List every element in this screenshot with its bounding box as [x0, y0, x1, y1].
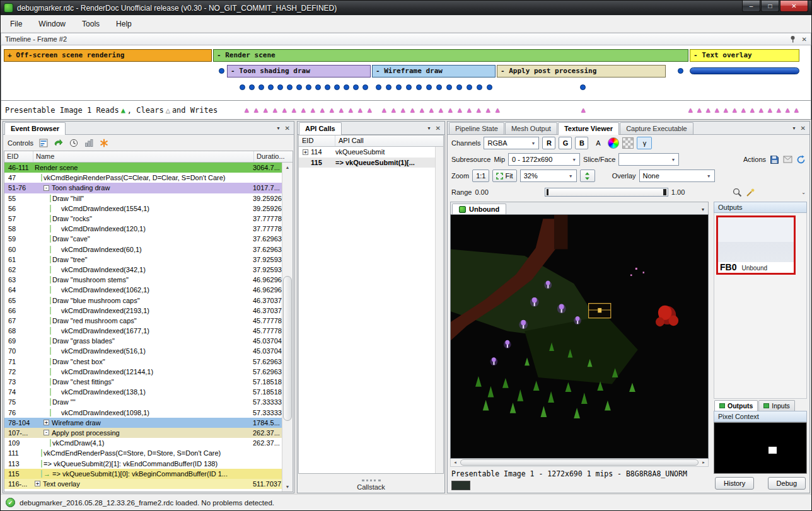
overlay-select[interactable]: None▼ — [639, 169, 715, 182]
timeline-marker-bar[interactable]: - Apply post processing — [497, 65, 666, 78]
collapse-icon[interactable]: - — [44, 430, 49, 435]
event-row[interactable]: 63Draw "mushroom stems"46.96296 — [4, 275, 282, 285]
timeline-draw-dot[interactable] — [436, 84, 442, 90]
timeline-draw-dot[interactable] — [277, 84, 283, 90]
tab-pipeline-state[interactable]: Pipeline State — [449, 122, 504, 134]
api-calls-scrollbar[interactable] — [435, 147, 443, 473]
column-eid[interactable]: EID — [4, 151, 33, 162]
history-button[interactable]: History — [715, 477, 754, 490]
zoom-1to1-button[interactable]: 1:1 — [472, 169, 489, 182]
close-button[interactable]: ✕ — [780, 1, 808, 12]
event-browser-scrollbar[interactable]: ▲ ▼ — [282, 163, 293, 491]
timeline-draw-dot[interactable] — [362, 84, 368, 90]
timeline-draw-dot[interactable] — [258, 84, 264, 90]
timeline-draw-dot[interactable] — [467, 84, 472, 90]
timeline-draw-dot[interactable] — [325, 84, 330, 90]
event-browser-close-icon[interactable]: ✕ — [285, 125, 290, 132]
api-calls-menu-icon[interactable]: ▾ — [428, 125, 431, 131]
maximize-button[interactable]: □ — [761, 1, 779, 12]
channel-g-button[interactable]: G — [559, 137, 572, 149]
event-row[interactable]: 76vkCmdDrawIndexed(1098,1)57.33333 — [4, 408, 282, 418]
api-call-row[interactable]: +114vkQueueSubmit — [299, 147, 435, 158]
timeline-draw-dot[interactable] — [249, 84, 255, 90]
scroll-down-icon[interactable]: ▼ — [282, 482, 293, 491]
event-row[interactable]: 71Draw "chest box"57.62963 — [4, 357, 282, 367]
timeline-draw-dot[interactable] — [344, 84, 349, 90]
goto-event-icon[interactable] — [54, 138, 64, 148]
toolbar-overflow-icon[interactable]: ⌄ — [801, 190, 806, 195]
event-row[interactable]: 51-76-Toon shading draw1017.7... — [4, 183, 282, 193]
mip-select[interactable]: 0 - 1272x690▼ — [508, 153, 580, 166]
event-row[interactable]: 60vkCmdDrawIndexed(60,1)37.62963 — [4, 244, 282, 255]
timeline-draw-dot[interactable] — [580, 84, 586, 90]
event-row[interactable]: 107-...-Apply post processing262.37... — [4, 428, 282, 438]
event-row[interactable]: 78-104+Wireframe draw1784.5... — [4, 418, 282, 428]
timeline-marker-bar[interactable]: + Off-screen scene rendering — [4, 49, 212, 62]
fb0-thumbnail[interactable]: FB0 Unbound — [716, 215, 796, 275]
event-browser-menu-icon[interactable]: ▾ — [277, 125, 280, 131]
splitter-grip[interactable] — [362, 479, 381, 481]
menu-file[interactable]: File — [2, 16, 30, 32]
texture-viewer-menu-icon[interactable]: ▾ — [793, 125, 796, 131]
export-icon[interactable] — [782, 154, 792, 164]
event-row[interactable]: 46-111Render scene3064.7... — [4, 163, 282, 173]
zoom-fit-button[interactable]: Fit — [492, 169, 516, 182]
column-duration[interactable]: Duratio... — [254, 151, 293, 162]
texture-preview[interactable] — [450, 214, 709, 459]
api-column-eid[interactable]: EID — [299, 135, 335, 146]
channel-a-button[interactable]: A — [591, 137, 605, 149]
collapse-icon[interactable]: - — [44, 185, 49, 191]
event-row[interactable]: 64vkCmdDrawIndexed(1062,1)46.96296 — [4, 285, 282, 295]
tab-texture-viewer[interactable]: Texture Viewer — [558, 122, 619, 135]
timeline-draw-dot[interactable] — [296, 84, 302, 90]
tab-event-browser[interactable]: Event Browser — [4, 122, 66, 135]
timeline-draw-dot[interactable] — [268, 84, 274, 90]
bookmark-icon[interactable] — [99, 138, 109, 148]
event-row[interactable]: 56vkCmdDrawIndexed(1554,1)39.25926 — [4, 204, 282, 214]
channels-select[interactable]: RGBA▼ — [484, 137, 539, 149]
tab-unbound-texture[interactable]: Unbound — [452, 204, 506, 214]
timeline-draw-dot[interactable] — [446, 84, 452, 90]
timeline-marker-bar[interactable]: - Wireframe draw — [372, 65, 496, 78]
event-row[interactable]: 57Draw "rocks"37.77778 — [4, 214, 282, 224]
texture-viewer-close-icon[interactable]: ✕ — [801, 125, 806, 132]
timeline-marker-bar[interactable]: - Text overlay — [690, 49, 799, 62]
api-calls-close-icon[interactable]: ✕ — [436, 125, 441, 132]
event-row[interactable]: 70vkCmdDrawIndexed(516,1)45.03704 — [4, 346, 282, 356]
event-row[interactable]: 116-...+Text overlay511.7037 — [4, 479, 282, 489]
timeline-draw-dot[interactable] — [426, 84, 432, 90]
timeline-event-dot[interactable] — [678, 68, 683, 74]
timeline-close-icon[interactable]: ✕ — [802, 36, 807, 43]
flip-y-button[interactable] — [580, 169, 595, 182]
range-slider-white-handle[interactable] — [663, 189, 666, 195]
scroll-up-icon[interactable]: ▲ — [282, 163, 293, 172]
stats-icon[interactable] — [84, 138, 94, 148]
save-texture-icon[interactable] — [769, 154, 779, 164]
event-row[interactable]: 73Draw "chest fittings"57.18518 — [4, 377, 282, 387]
timeline-draw-dot[interactable] — [477, 84, 482, 90]
event-row[interactable]: 62vkCmdDrawIndexed(342,1)37.92593 — [4, 265, 282, 275]
event-row[interactable]: 115→=> vkQueueSubmit(1)[0]: vkBeginComma… — [4, 469, 282, 479]
pin-icon[interactable] — [789, 35, 796, 43]
timeline-draw-dot[interactable] — [406, 84, 412, 90]
debug-button[interactable]: Debug — [768, 477, 806, 490]
hscroll-thumb[interactable] — [460, 459, 699, 466]
menu-help[interactable]: Help — [108, 16, 140, 32]
timeline-draw-dot[interactable] — [287, 84, 293, 90]
checkerboard-icon[interactable] — [622, 137, 634, 149]
timeline-draw-dot[interactable] — [487, 84, 492, 90]
event-row[interactable]: 61Draw "tree"37.92593 — [4, 255, 282, 265]
event-row[interactable]: 68vkCmdDrawIndexed(1677,1)45.77778 — [4, 326, 282, 336]
scroll-thumb[interactable] — [283, 276, 292, 421]
event-row[interactable]: 67Draw "red mushroom caps"45.77778 — [4, 316, 282, 326]
column-name[interactable]: Name — [33, 151, 254, 162]
range-slider-black-handle[interactable] — [547, 189, 548, 195]
timeline-draw-dot[interactable] — [386, 84, 392, 90]
doc-tabs-dropdown-icon[interactable]: ▾ — [699, 207, 707, 214]
timeline-draw-dot[interactable] — [353, 84, 359, 90]
autofit-wand-icon[interactable] — [745, 187, 755, 197]
expand-icon[interactable]: + — [303, 149, 308, 155]
timeline-draw-dot[interactable] — [456, 84, 462, 90]
timeline-draw-dot[interactable] — [315, 84, 321, 90]
slice-face-select[interactable]: ▼ — [618, 153, 679, 166]
